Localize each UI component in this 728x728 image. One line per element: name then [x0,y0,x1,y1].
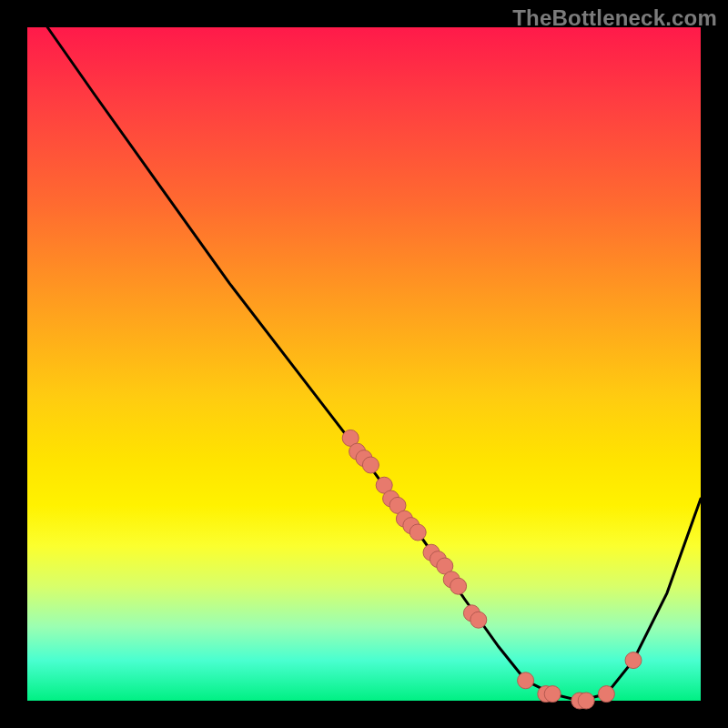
data-marker [544,686,561,703]
data-marker [598,686,614,703]
chart-frame: TheBottleneck.com [0,0,728,728]
chart-svg [27,27,701,701]
bottleneck-curve [47,27,701,701]
data-marker [410,524,426,541]
data-marker [518,672,534,689]
data-marker [470,612,487,628]
data-marker [625,652,642,669]
data-marker [578,693,594,709]
plot-area [27,27,701,701]
watermark-text: TheBottleneck.com [512,5,717,31]
scatter-markers [342,430,642,709]
data-marker [362,457,379,473]
data-marker [450,578,467,594]
